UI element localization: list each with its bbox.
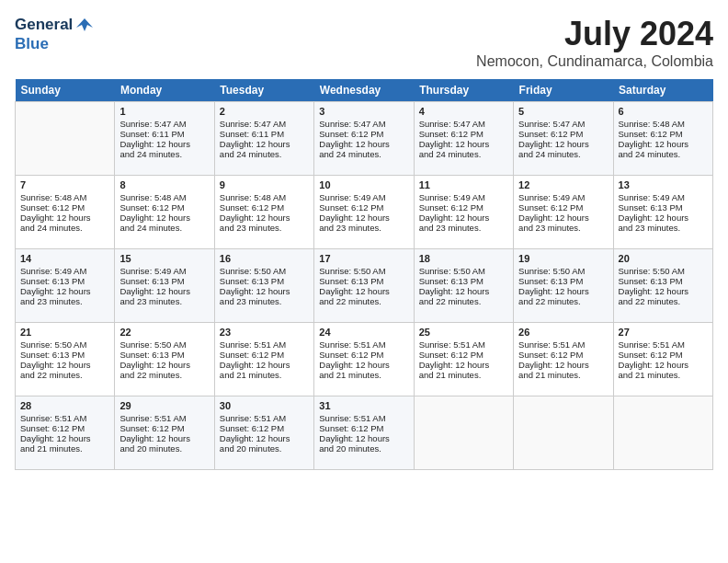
- day-info: and 21 minutes.: [619, 370, 708, 380]
- day-info: and 22 minutes.: [119, 370, 209, 380]
- day-info: and 21 minutes.: [518, 370, 608, 380]
- day-info: Sunrise: 5:48 AM: [220, 192, 309, 202]
- calendar-cell: 17Sunrise: 5:50 AMSunset: 6:13 PMDayligh…: [314, 249, 414, 323]
- day-info: Sunrise: 5:50 AM: [518, 266, 608, 276]
- calendar-cell: 13Sunrise: 5:49 AMSunset: 6:13 PMDayligh…: [613, 176, 712, 249]
- day-number: 2: [220, 106, 309, 117]
- day-info: and 23 minutes.: [220, 296, 309, 306]
- day-info: Daylight: 12 hours: [518, 213, 608, 223]
- day-info: and 24 minutes.: [518, 149, 608, 159]
- calendar-cell: 15Sunrise: 5:49 AMSunset: 6:13 PMDayligh…: [115, 249, 214, 323]
- day-info: Daylight: 12 hours: [619, 139, 708, 149]
- day-number: 13: [619, 179, 708, 190]
- day-number: 4: [419, 106, 508, 117]
- col-saturday: Saturday: [613, 79, 712, 102]
- calendar-cell: 25Sunrise: 5:51 AMSunset: 6:12 PMDayligh…: [414, 323, 513, 396]
- day-number: 16: [220, 253, 309, 264]
- day-info: Sunset: 6:13 PM: [119, 350, 209, 360]
- day-number: 23: [220, 327, 309, 338]
- calendar-week-3: 21Sunrise: 5:50 AMSunset: 6:13 PMDayligh…: [16, 323, 713, 396]
- calendar-cell: 1Sunrise: 5:47 AMSunset: 6:11 PMDaylight…: [115, 102, 214, 176]
- day-info: Daylight: 12 hours: [119, 213, 209, 223]
- calendar-cell: 26Sunrise: 5:51 AMSunset: 6:12 PMDayligh…: [514, 323, 613, 396]
- calendar-cell: 6Sunrise: 5:48 AMSunset: 6:12 PMDaylight…: [613, 102, 712, 176]
- day-info: Sunrise: 5:49 AM: [619, 192, 708, 202]
- calendar-week-1: 7Sunrise: 5:48 AMSunset: 6:12 PMDaylight…: [16, 176, 713, 249]
- day-info: Daylight: 12 hours: [419, 286, 508, 296]
- day-info: Sunset: 6:12 PM: [419, 129, 508, 139]
- day-info: Daylight: 12 hours: [419, 213, 508, 223]
- day-info: Daylight: 12 hours: [419, 139, 508, 149]
- calendar-cell: 3Sunrise: 5:47 AMSunset: 6:12 PMDaylight…: [314, 102, 414, 176]
- day-info: and 20 minutes.: [119, 443, 209, 454]
- calendar-cell: [414, 396, 513, 470]
- day-number: 17: [319, 253, 408, 264]
- day-info: Sunset: 6:12 PM: [518, 129, 608, 139]
- day-info: Sunset: 6:12 PM: [20, 202, 109, 213]
- day-info: Daylight: 12 hours: [20, 286, 109, 296]
- day-info: Sunset: 6:13 PM: [619, 202, 708, 213]
- day-info: Sunrise: 5:50 AM: [419, 266, 508, 276]
- day-info: Sunset: 6:12 PM: [220, 423, 309, 433]
- day-info: Daylight: 12 hours: [419, 360, 508, 370]
- day-info: Sunrise: 5:47 AM: [220, 119, 309, 129]
- page-subtitle: Nemocon, Cundinamarca, Colombia: [476, 53, 713, 70]
- day-info: and 22 minutes.: [518, 296, 608, 306]
- day-info: Sunset: 6:13 PM: [518, 276, 608, 286]
- day-info: Daylight: 12 hours: [319, 139, 408, 149]
- day-info: Sunrise: 5:51 AM: [619, 339, 708, 350]
- calendar-cell: 27Sunrise: 5:51 AMSunset: 6:12 PMDayligh…: [613, 323, 712, 396]
- day-info: Sunrise: 5:49 AM: [518, 192, 608, 202]
- day-number: 10: [319, 179, 408, 190]
- calendar-week-2: 14Sunrise: 5:49 AMSunset: 6:13 PMDayligh…: [16, 249, 713, 323]
- calendar-cell: 16Sunrise: 5:50 AMSunset: 6:13 PMDayligh…: [214, 249, 313, 323]
- day-number: 1: [119, 106, 209, 117]
- day-info: Daylight: 12 hours: [220, 213, 309, 223]
- calendar-cell: 8Sunrise: 5:48 AMSunset: 6:12 PMDaylight…: [115, 176, 214, 249]
- day-info: Daylight: 12 hours: [518, 139, 608, 149]
- day-number: 3: [319, 106, 408, 117]
- day-number: 8: [119, 179, 209, 190]
- col-friday: Friday: [514, 79, 613, 102]
- day-number: 25: [419, 327, 508, 338]
- logo-text-general: General: [15, 16, 73, 34]
- day-number: 11: [419, 179, 508, 190]
- day-info: Sunrise: 5:47 AM: [518, 119, 608, 129]
- day-number: 7: [20, 179, 109, 190]
- day-info: Daylight: 12 hours: [319, 360, 408, 370]
- day-info: Sunrise: 5:51 AM: [319, 413, 408, 423]
- calendar-cell: 7Sunrise: 5:48 AMSunset: 6:12 PMDaylight…: [16, 176, 115, 249]
- day-info: Sunrise: 5:47 AM: [319, 119, 408, 129]
- day-info: and 24 minutes.: [119, 223, 209, 233]
- day-number: 15: [119, 253, 209, 264]
- calendar-cell: [16, 102, 115, 176]
- day-info: Sunrise: 5:51 AM: [220, 339, 309, 350]
- day-info: Daylight: 12 hours: [319, 213, 408, 223]
- page-header: General Blue July 2024 Nemocon, Cundinam…: [15, 15, 713, 70]
- day-number: 31: [319, 400, 408, 411]
- day-info: Daylight: 12 hours: [220, 360, 309, 370]
- day-info: Sunset: 6:12 PM: [119, 423, 209, 433]
- day-number: 24: [319, 327, 408, 338]
- day-info: Sunrise: 5:51 AM: [518, 339, 608, 350]
- calendar-cell: 19Sunrise: 5:50 AMSunset: 6:13 PMDayligh…: [514, 249, 613, 323]
- day-info: and 21 minutes.: [319, 370, 408, 380]
- calendar-cell: 29Sunrise: 5:51 AMSunset: 6:12 PMDayligh…: [115, 396, 214, 470]
- day-number: 21: [20, 327, 109, 338]
- day-info: and 24 minutes.: [619, 149, 708, 159]
- day-info: Sunset: 6:13 PM: [20, 276, 109, 286]
- col-sunday: Sunday: [16, 79, 115, 102]
- day-info: Sunset: 6:12 PM: [518, 202, 608, 213]
- day-info: Sunset: 6:13 PM: [419, 276, 508, 286]
- day-info: Sunset: 6:12 PM: [319, 202, 408, 213]
- day-info: Daylight: 12 hours: [119, 286, 209, 296]
- day-info: Sunrise: 5:50 AM: [220, 266, 309, 276]
- day-info: Sunrise: 5:49 AM: [319, 192, 408, 202]
- day-info: Sunrise: 5:50 AM: [619, 266, 708, 276]
- day-info: Sunset: 6:11 PM: [220, 129, 309, 139]
- calendar-week-0: 1Sunrise: 5:47 AMSunset: 6:11 PMDaylight…: [16, 102, 713, 176]
- calendar-cell: 2Sunrise: 5:47 AMSunset: 6:11 PMDaylight…: [214, 102, 313, 176]
- calendar-cell: 14Sunrise: 5:49 AMSunset: 6:13 PMDayligh…: [16, 249, 115, 323]
- day-info: Daylight: 12 hours: [518, 360, 608, 370]
- day-info: Daylight: 12 hours: [119, 433, 209, 443]
